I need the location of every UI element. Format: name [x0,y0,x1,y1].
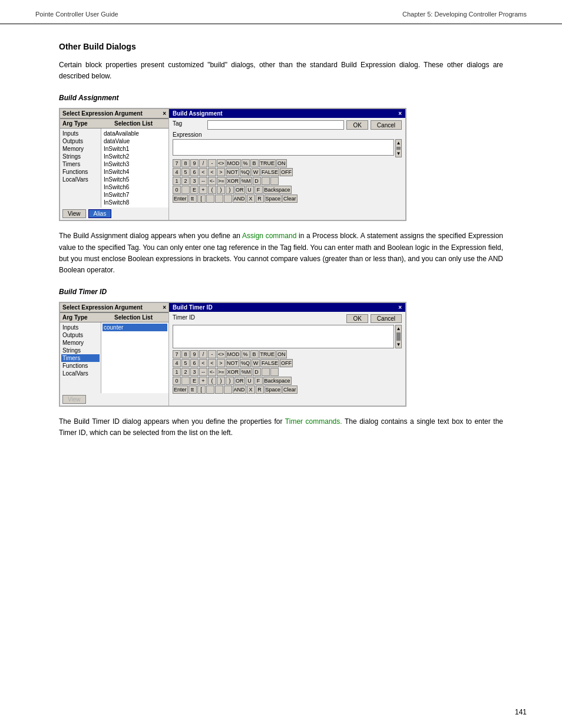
timer-scrollbar[interactable]: ▲ ▼ [395,325,402,348]
t-calc-space[interactable]: Space [265,386,282,394]
calc-gt[interactable]: > [217,168,225,176]
calc-ne[interactable]: <> [217,159,226,167]
alias-button[interactable]: Alias [88,209,112,218]
arg-type-timers[interactable]: Timers [61,160,100,168]
t-calc-e[interactable]: E [190,377,199,385]
calc-lparen[interactable]: ( [208,186,216,194]
t-calc-6[interactable]: 6 [190,359,199,367]
t-calc-w[interactable]: W [252,359,260,367]
calc-larrow[interactable]: <- [208,177,216,185]
calc-x[interactable]: X [247,195,255,203]
calc-d[interactable]: D [253,177,261,185]
t-calc-lt2[interactable]: < [208,359,216,367]
calc-9[interactable]: 9 [190,159,199,167]
timer-arg-memory[interactable]: Memory [61,339,100,347]
calc-or[interactable]: OR [234,186,245,194]
timer-arg-localvars[interactable]: LocalVars [61,370,100,377]
tag-input[interactable] [207,120,344,130]
t-calc-3[interactable]: 3 [190,368,199,376]
calc-5[interactable]: 5 [181,168,190,176]
t-calc-8[interactable]: 8 [181,350,190,358]
t-calc-u[interactable]: U [246,377,254,385]
expression-scrollbar[interactable]: ▲ ▼ [395,139,402,157]
sel-dataValue[interactable]: dataValue [103,137,167,145]
calc-rparen2[interactable]: ) [226,186,234,194]
t-calc-f[interactable]: F [254,377,263,385]
calc-minus[interactable]: - [208,159,216,167]
sel-dataAvailable[interactable]: dataAvailable [103,130,167,137]
t-calc-not[interactable]: NOT [226,359,239,367]
timer-arg-timers[interactable]: Timers [61,354,100,362]
sel-InSwitch4[interactable]: InSwitch4 [103,168,167,176]
t-calc-pct[interactable]: % [242,350,250,358]
arg-type-functions[interactable]: Functions [61,168,100,176]
calc-7[interactable]: 7 [173,159,181,167]
t-calc-or[interactable]: OR [234,377,245,385]
calc-b[interactable]: B [250,159,259,167]
sel-InSwitch7[interactable]: InSwitch7 [103,191,167,199]
t-calc-dd[interactable]: -- [199,368,207,376]
calc-rparen[interactable]: ) [217,186,225,194]
t-calc-gt[interactable]: > [217,359,225,367]
t-calc-b[interactable]: B [250,350,259,358]
t-calc-enter[interactable]: Enter [173,386,188,394]
t-calc-7[interactable]: 7 [173,350,181,358]
calc-mod[interactable]: MOD [226,159,241,167]
t-calc-ne[interactable]: <> [217,350,226,358]
t-calc-plus[interactable]: + [199,377,207,385]
t-calc-2[interactable]: 2 [181,368,190,376]
t-calc-1[interactable]: 1 [173,368,181,376]
t-calc-lt[interactable]: < [199,359,207,367]
calc-xor[interactable]: XOR [226,177,240,185]
t-calc-false[interactable]: FALSE [260,359,279,367]
timer-arg-strings[interactable]: Strings [61,347,100,354]
calc-div[interactable]: / [199,159,207,167]
timer-cancel-button[interactable]: Cancel [371,314,402,323]
calc-0[interactable]: 0 [173,186,181,194]
t-calc-9[interactable]: 9 [190,350,199,358]
t-calc-backspace[interactable]: Backspace [263,377,292,385]
calc-tt[interactable]: tt [189,195,197,203]
close-icon[interactable]: × [163,110,166,117]
t-calc-0[interactable]: 0 [173,377,181,385]
expression-textarea[interactable] [173,139,394,156]
calc-u[interactable]: U [246,186,254,194]
timer-arg-functions[interactable]: Functions [61,362,100,370]
calc-pctm[interactable]: %M [240,177,252,185]
t-calc-rparen[interactable]: ) [217,377,225,385]
timer-ok-button[interactable]: OK [346,314,368,323]
t-calc-mod[interactable]: MOD [226,350,241,358]
arg-type-memory[interactable]: Memory [61,145,100,153]
calc-w[interactable]: W [252,168,260,176]
calc-lbracket[interactable]: [ [197,195,206,203]
t-calc-gte[interactable]: >= [217,368,226,376]
view-button[interactable]: View [62,209,86,218]
t-calc-larrow[interactable]: <- [208,368,216,376]
t-calc-and[interactable]: AND [233,386,246,394]
calc-backspace[interactable]: Backspace [263,186,292,194]
t-calc-lparen[interactable]: ( [208,377,216,385]
calc-space[interactable]: Space [265,195,282,203]
t-calc-5[interactable]: 5 [181,359,190,367]
calc-3[interactable]: 3 [190,177,199,185]
close-icon[interactable]: × [398,110,402,117]
t-calc-lbracket[interactable]: [ [197,386,206,394]
calc-e[interactable]: E [190,186,199,194]
t-calc-clear[interactable]: Clear [282,386,297,394]
sel-InSwitch8[interactable]: InSwitch8 [103,199,167,206]
arg-type-outputs[interactable]: Outputs [61,137,100,145]
sel-InSwitch6[interactable]: InSwitch6 [103,183,167,191]
t-calc-true[interactable]: TRUE [259,350,276,358]
t-calc-r[interactable]: R [256,386,264,394]
timer-view-button[interactable]: View [62,395,86,404]
close-icon[interactable]: × [163,304,166,311]
calc-f[interactable]: F [254,186,263,194]
sel-counter[interactable]: counter [103,324,167,331]
cancel-button[interactable]: Cancel [371,120,402,130]
arg-type-localvars[interactable]: LocalVars [61,176,100,183]
calc-gte[interactable]: >= [217,177,226,185]
calc-true[interactable]: TRUE [259,159,276,167]
calc-dd[interactable]: -- [199,177,207,185]
t-calc-on[interactable]: ON [276,350,287,358]
calc-off[interactable]: OFF [280,168,293,176]
